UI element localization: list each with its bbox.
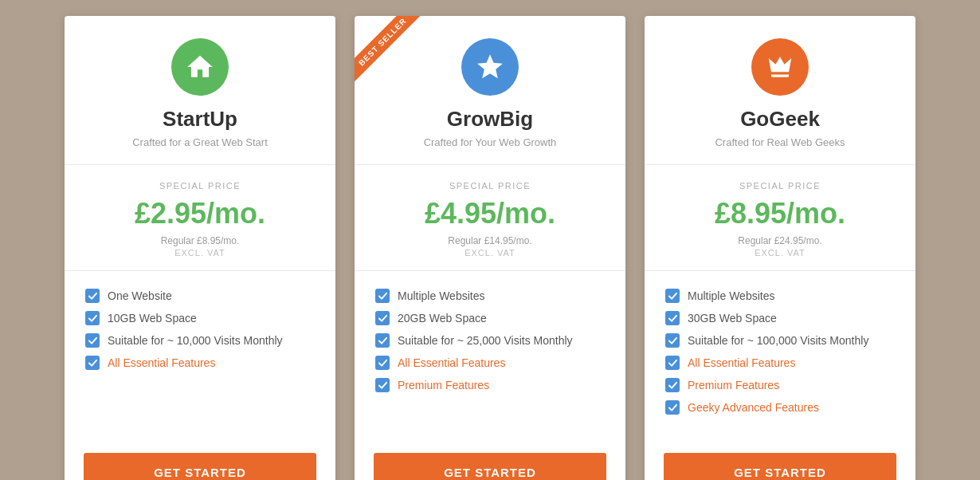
plan-tagline-gogeek: Crafted for Real Web Geeks [715,136,845,148]
feature-text-gogeek-2: Suitable for ~ 100,000 Visits Monthly [688,334,868,347]
feature-check-icon [375,311,390,325]
feature-item-gogeek-2: Suitable for ~ 100,000 Visits Monthly [665,333,895,348]
feature-check-icon [85,356,100,370]
card-cta-growbig: GET STARTED [355,440,625,480]
plan-tagline-growbig: Crafted for Your Web Growth [424,136,557,148]
card-startup: StartUp Crafted for a Great Web Start SP… [65,16,335,480]
card-gogeek: GoGeek Crafted for Real Web Geeks SPECIA… [645,16,915,480]
feature-item-startup-0: One Website [85,289,315,303]
get-started-button-gogeek[interactable]: GET STARTED [664,453,896,480]
feature-check-icon [665,333,680,348]
feature-text-growbig-1: 20GB Web Space [398,312,487,325]
feature-link-gogeek-5[interactable]: Geeky Advanced Features [688,401,819,414]
pricing-cards-container: StartUp Crafted for a Great Web Start SP… [0,0,980,480]
feature-item-gogeek-3: All Essential Features [665,356,895,370]
feature-text-growbig-0: Multiple Websites [398,289,484,302]
card-growbig: BEST SELLER GrowBig Crafted for Your Web… [355,16,625,480]
feature-check-icon [85,289,100,303]
feature-check-icon [375,289,390,303]
feature-link-gogeek-3[interactable]: All Essential Features [688,356,795,369]
feature-text-startup-1: 10GB Web Space [108,312,197,325]
regular-price-gogeek: Regular £24.95/mo. [668,235,892,246]
special-price-label-startup: SPECIAL PRICE [88,181,312,191]
feature-link-growbig-3[interactable]: All Essential Features [398,356,505,369]
feature-item-growbig-1: 20GB Web Space [375,311,605,325]
plan-name-gogeek: GoGeek [740,107,820,132]
feature-link-startup-3[interactable]: All Essential Features [108,356,215,369]
feature-item-gogeek-5: Geeky Advanced Features [665,400,895,415]
card-features-startup: One Website 10GB Web Space Suitable for … [65,271,335,440]
feature-item-gogeek-4: Premium Features [665,378,895,392]
feature-text-gogeek-0: Multiple Websites [688,289,774,302]
feature-check-icon [665,356,680,370]
excl-vat-startup: EXCL. VAT [88,248,312,258]
feature-item-startup-1: 10GB Web Space [85,311,315,325]
excl-vat-gogeek: EXCL. VAT [668,248,892,258]
get-started-button-growbig[interactable]: GET STARTED [374,453,606,480]
card-pricing-gogeek: SPECIAL PRICE £8.95/mo. Regular £24.95/m… [645,165,915,271]
card-header-growbig: GrowBig Crafted for Your Web Growth [355,16,625,165]
feature-check-icon [85,311,100,325]
price-amount-startup: £2.95/mo. [88,197,312,230]
feature-text-gogeek-1: 30GB Web Space [688,312,777,325]
price-amount-gogeek: £8.95/mo. [668,197,892,230]
card-cta-startup: GET STARTED [65,440,335,480]
plan-name-growbig: GrowBig [447,107,533,132]
crown-icon [751,38,809,96]
feature-item-growbig-2: Suitable for ~ 25,000 Visits Monthly [375,333,605,348]
feature-check-icon [375,378,390,392]
card-features-growbig: Multiple Websites 20GB Web Space Suitabl… [355,271,625,440]
feature-check-icon [665,311,680,325]
feature-item-growbig-3: All Essential Features [375,356,605,370]
card-header-gogeek: GoGeek Crafted for Real Web Geeks [645,16,915,165]
special-price-label-growbig: SPECIAL PRICE [378,181,602,191]
feature-text-startup-2: Suitable for ~ 10,000 Visits Monthly [108,334,283,347]
feature-item-gogeek-0: Multiple Websites [665,289,895,303]
feature-item-startup-3: All Essential Features [85,356,315,370]
price-amount-growbig: £4.95/mo. [378,197,602,230]
feature-link-growbig-4[interactable]: Premium Features [398,379,489,391]
feature-item-growbig-0: Multiple Websites [375,289,605,303]
house-icon [171,38,229,96]
feature-check-icon [375,356,390,370]
feature-check-icon [665,378,680,392]
special-price-label-gogeek: SPECIAL PRICE [668,181,892,191]
card-features-gogeek: Multiple Websites 30GB Web Space Suitabl… [645,271,915,440]
card-header-startup: StartUp Crafted for a Great Web Start [65,16,335,165]
card-pricing-startup: SPECIAL PRICE £2.95/mo. Regular £8.95/mo… [65,165,335,271]
star-icon [461,38,519,96]
plan-tagline-startup: Crafted for a Great Web Start [132,136,268,148]
plan-name-startup: StartUp [163,107,237,132]
feature-check-icon [375,333,390,348]
card-pricing-growbig: SPECIAL PRICE £4.95/mo. Regular £14.95/m… [355,165,625,271]
regular-price-growbig: Regular £14.95/mo. [378,235,602,246]
card-cta-gogeek: GET STARTED [645,440,915,480]
feature-link-gogeek-4[interactable]: Premium Features [688,379,779,391]
feature-check-icon [665,289,680,303]
feature-check-icon [85,333,100,348]
feature-item-growbig-4: Premium Features [375,378,605,392]
get-started-button-startup[interactable]: GET STARTED [84,453,316,480]
feature-check-icon [665,400,680,415]
feature-text-startup-0: One Website [108,289,172,302]
excl-vat-growbig: EXCL. VAT [378,248,602,258]
regular-price-startup: Regular £8.95/mo. [88,235,312,246]
feature-text-growbig-2: Suitable for ~ 25,000 Visits Monthly [398,334,573,347]
feature-item-gogeek-1: 30GB Web Space [665,311,895,325]
feature-item-startup-2: Suitable for ~ 10,000 Visits Monthly [85,333,315,348]
